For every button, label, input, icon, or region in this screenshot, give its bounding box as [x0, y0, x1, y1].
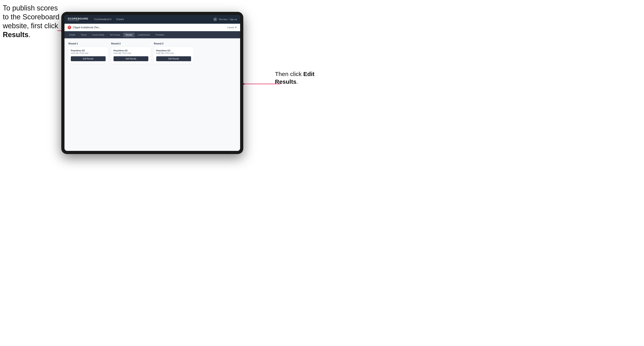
tablet-device: SCOREBOARD Powered by clippd TOURNAMENTS… — [61, 12, 243, 154]
round-2-column: Round 2 Peachtree GC Gold (M) (7010 yds)… — [111, 42, 151, 64]
round-1-card: Peachtree GC Gold (M) (7010 yds) Edit Re… — [68, 47, 108, 64]
cancel-text: Cancel — [227, 26, 234, 29]
tab-teams[interactable]: Teams — [78, 33, 89, 37]
logo: SCOREBOARD Powered by clippd — [68, 17, 88, 21]
round-3-course: Peachtree GC — [156, 49, 191, 52]
instruction-left: To publish scores to the Scoreboard webs… — [3, 3, 60, 39]
logo-subtext: Powered by clippd — [68, 20, 88, 21]
cancel-icon: ✕ — [235, 26, 237, 29]
tab-course-setup[interactable]: Course Setup — [90, 33, 106, 37]
tablet-screen: SCOREBOARD Powered by clippd TOURNAMENTS… — [64, 15, 240, 151]
tab-results[interactable]: Results — [123, 33, 134, 37]
round-3-edit-results-button[interactable]: Edit Results — [156, 56, 191, 61]
instruction-right: Then click Edit Results. — [275, 70, 318, 86]
nav-teams[interactable]: TEAMS — [116, 18, 124, 20]
tournament-icon: C — [68, 26, 71, 29]
cancel-button[interactable]: Cancel ✕ — [227, 26, 237, 29]
top-nav: SCOREBOARD Powered by clippd TOURNAMENTS… — [64, 15, 240, 24]
main-content: Round 1 Peachtree GC Gold (M) (7010 yds)… — [64, 38, 240, 151]
round-1-edit-results-button[interactable]: Edit Results — [71, 56, 106, 61]
round-3-card: Peachtree GC Gold (M) (7010 yds) Edit Re… — [154, 47, 194, 64]
tournament-name: Clippd Invitational (Tes... — [73, 26, 101, 29]
round-1-title: Round 1 — [68, 42, 108, 45]
tab-bar: Details Teams Course Setup Tee Groups Re… — [64, 31, 240, 38]
round-3-title: Round 3 — [154, 42, 194, 45]
round-1-details: Gold (M) (7010 yds) — [71, 52, 106, 54]
edit-results-emphasis: Edit Results — [275, 71, 314, 85]
tab-printables[interactable]: Printables — [153, 33, 166, 37]
tab-tee-groups[interactable]: Tee Groups — [108, 33, 122, 37]
round-1-course: Peachtree GC — [71, 49, 106, 52]
round-2-course: Peachtree GC — [114, 49, 148, 52]
results-emphasis: Results — [3, 31, 28, 39]
tournament-header: C Clippd Invitational (Tes... Cancel ✕ — [64, 24, 240, 31]
nav-user: Test User | — [219, 18, 228, 20]
user-avatar: U — [213, 17, 217, 21]
tab-details[interactable]: Details — [67, 33, 78, 37]
logo-text: SCOREBOARD — [68, 17, 88, 20]
rounds-grid: Round 1 Peachtree GC Gold (M) (7010 yds)… — [68, 42, 236, 64]
round-1-column: Round 1 Peachtree GC Gold (M) (7010 yds)… — [68, 42, 108, 64]
nav-links: TOURNAMENTS TEAMS — [94, 18, 124, 20]
nav-tournaments[interactable]: TOURNAMENTS — [94, 18, 112, 20]
round-2-edit-results-button[interactable]: Edit Results — [114, 56, 148, 61]
tab-leaderboards[interactable]: Leaderboards — [135, 33, 152, 37]
round-3-details: Gold (M) (7010 yds) — [156, 52, 191, 54]
round-3-column: Round 3 Peachtree GC Gold (M) (7010 yds)… — [154, 42, 194, 64]
round-2-details: Gold (M) (7010 yds) — [114, 52, 148, 54]
round-2-title: Round 2 — [111, 42, 151, 45]
nav-signout[interactable]: Sign out — [230, 18, 237, 20]
nav-right: U Test User | Sign out — [213, 17, 237, 21]
round-2-card: Peachtree GC Gold (M) (7010 yds) Edit Re… — [111, 47, 151, 64]
